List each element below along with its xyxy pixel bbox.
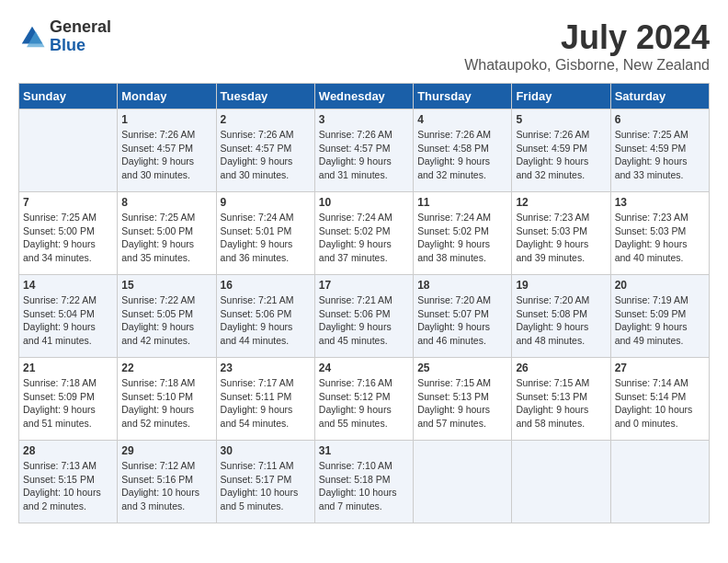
day-info: Sunrise: 7:13 AM Sunset: 5:15 PM Dayligh…	[23, 459, 113, 513]
calendar-day-header: Saturday	[610, 84, 709, 109]
calendar-cell	[414, 441, 512, 523]
day-number: 30	[221, 444, 311, 457]
day-number: 15	[121, 279, 211, 292]
calendar-week-row: 28Sunrise: 7:13 AM Sunset: 5:15 PM Dayli…	[19, 441, 710, 523]
day-info: Sunrise: 7:25 AM Sunset: 5:00 PM Dayligh…	[121, 211, 211, 265]
day-number: 2	[221, 113, 311, 126]
calendar-day-header: Thursday	[414, 84, 512, 109]
day-info: Sunrise: 7:12 AM Sunset: 5:16 PM Dayligh…	[121, 459, 211, 513]
calendar-cell: 4Sunrise: 7:26 AM Sunset: 4:58 PM Daylig…	[414, 109, 512, 192]
calendar-cell: 31Sunrise: 7:10 AM Sunset: 5:18 PM Dayli…	[314, 441, 413, 523]
calendar-day-header: Wednesday	[314, 84, 413, 109]
calendar-cell: 26Sunrise: 7:15 AM Sunset: 5:13 PM Dayli…	[512, 358, 610, 441]
calendar-cell: 7Sunrise: 7:25 AM Sunset: 5:00 PM Daylig…	[19, 192, 118, 275]
calendar-week-row: 7Sunrise: 7:25 AM Sunset: 5:00 PM Daylig…	[19, 192, 710, 275]
calendar-week-row: 1Sunrise: 7:26 AM Sunset: 4:57 PM Daylig…	[19, 109, 710, 192]
day-info: Sunrise: 7:18 AM Sunset: 5:10 PM Dayligh…	[121, 376, 211, 431]
calendar-cell	[610, 441, 709, 523]
day-number: 27	[615, 362, 705, 374]
day-number: 19	[516, 279, 606, 292]
calendar-cell: 23Sunrise: 7:17 AM Sunset: 5:11 PM Dayli…	[216, 358, 314, 441]
day-number: 1	[121, 113, 211, 126]
day-number: 6	[615, 113, 705, 126]
day-number: 3	[319, 113, 409, 126]
day-number: 9	[221, 196, 311, 209]
day-info: Sunrise: 7:22 AM Sunset: 5:05 PM Dayligh…	[121, 293, 211, 348]
calendar-cell: 3Sunrise: 7:26 AM Sunset: 4:57 PM Daylig…	[314, 109, 413, 192]
day-info: Sunrise: 7:21 AM Sunset: 5:06 PM Dayligh…	[319, 293, 409, 348]
day-number: 7	[23, 196, 113, 209]
day-info: Sunrise: 7:26 AM Sunset: 4:59 PM Dayligh…	[516, 128, 606, 182]
day-info: Sunrise: 7:20 AM Sunset: 5:07 PM Dayligh…	[417, 293, 507, 348]
day-number: 21	[23, 362, 113, 374]
day-info: Sunrise: 7:17 AM Sunset: 5:11 PM Dayligh…	[221, 376, 311, 431]
calendar-cell: 28Sunrise: 7:13 AM Sunset: 5:15 PM Dayli…	[19, 441, 118, 523]
day-number: 22	[121, 362, 211, 374]
calendar-day-header: Tuesday	[216, 84, 314, 109]
day-number: 20	[615, 279, 705, 292]
day-info: Sunrise: 7:21 AM Sunset: 5:06 PM Dayligh…	[221, 293, 311, 348]
calendar-cell: 2Sunrise: 7:26 AM Sunset: 4:57 PM Daylig…	[216, 109, 314, 192]
day-info: Sunrise: 7:24 AM Sunset: 5:01 PM Dayligh…	[221, 211, 311, 265]
day-number: 12	[516, 196, 606, 209]
day-number: 14	[23, 279, 113, 292]
day-number: 25	[417, 362, 507, 374]
logo-icon	[18, 23, 46, 51]
calendar-cell: 8Sunrise: 7:25 AM Sunset: 5:00 PM Daylig…	[118, 192, 216, 275]
day-info: Sunrise: 7:10 AM Sunset: 5:18 PM Dayligh…	[319, 459, 409, 513]
day-number: 31	[319, 444, 409, 457]
day-info: Sunrise: 7:24 AM Sunset: 5:02 PM Dayligh…	[417, 211, 507, 265]
day-info: Sunrise: 7:23 AM Sunset: 5:03 PM Dayligh…	[615, 211, 705, 265]
calendar-cell	[19, 109, 118, 192]
calendar-cell: 6Sunrise: 7:25 AM Sunset: 4:59 PM Daylig…	[610, 109, 709, 192]
calendar-cell: 22Sunrise: 7:18 AM Sunset: 5:10 PM Dayli…	[118, 358, 216, 441]
day-info: Sunrise: 7:26 AM Sunset: 4:57 PM Dayligh…	[221, 128, 311, 182]
calendar-cell: 16Sunrise: 7:21 AM Sunset: 5:06 PM Dayli…	[216, 275, 314, 358]
logo: General Blue	[18, 18, 111, 55]
day-info: Sunrise: 7:26 AM Sunset: 4:58 PM Dayligh…	[417, 128, 507, 182]
calendar-cell: 30Sunrise: 7:11 AM Sunset: 5:17 PM Dayli…	[216, 441, 314, 523]
day-number: 17	[319, 279, 409, 292]
day-number: 24	[319, 362, 409, 374]
calendar-cell: 17Sunrise: 7:21 AM Sunset: 5:06 PM Dayli…	[314, 275, 413, 358]
day-number: 11	[417, 196, 507, 209]
day-info: Sunrise: 7:18 AM Sunset: 5:09 PM Dayligh…	[23, 376, 113, 431]
calendar-header-row: SundayMondayTuesdayWednesdayThursdayFrid…	[19, 84, 710, 109]
day-number: 29	[121, 444, 211, 457]
day-info: Sunrise: 7:25 AM Sunset: 4:59 PM Dayligh…	[615, 128, 705, 182]
day-info: Sunrise: 7:14 AM Sunset: 5:14 PM Dayligh…	[615, 376, 705, 431]
calendar-body: 1Sunrise: 7:26 AM Sunset: 4:57 PM Daylig…	[19, 109, 710, 523]
day-info: Sunrise: 7:22 AM Sunset: 5:04 PM Dayligh…	[23, 293, 113, 348]
day-number: 16	[221, 279, 311, 292]
day-number: 4	[417, 113, 507, 126]
day-number: 8	[121, 196, 211, 209]
calendar-day-header: Friday	[512, 84, 610, 109]
day-info: Sunrise: 7:26 AM Sunset: 4:57 PM Dayligh…	[121, 128, 211, 182]
day-number: 10	[319, 196, 409, 209]
calendar-cell: 18Sunrise: 7:20 AM Sunset: 5:07 PM Dayli…	[414, 275, 512, 358]
calendar-cell: 25Sunrise: 7:15 AM Sunset: 5:13 PM Dayli…	[414, 358, 512, 441]
day-number: 28	[23, 444, 113, 457]
day-info: Sunrise: 7:25 AM Sunset: 5:00 PM Dayligh…	[23, 211, 113, 265]
logo-text: General Blue	[50, 18, 111, 55]
title-section: July 2024 Whataupoko, Gisborne, New Zeal…	[464, 18, 710, 74]
day-info: Sunrise: 7:20 AM Sunset: 5:08 PM Dayligh…	[516, 293, 606, 348]
location-subtitle: Whataupoko, Gisborne, New Zealand	[464, 57, 710, 74]
day-info: Sunrise: 7:16 AM Sunset: 5:12 PM Dayligh…	[319, 376, 409, 431]
day-number: 5	[516, 113, 606, 126]
calendar-cell: 15Sunrise: 7:22 AM Sunset: 5:05 PM Dayli…	[118, 275, 216, 358]
day-number: 18	[417, 279, 507, 292]
calendar-cell: 13Sunrise: 7:23 AM Sunset: 5:03 PM Dayli…	[610, 192, 709, 275]
calendar-cell: 24Sunrise: 7:16 AM Sunset: 5:12 PM Dayli…	[314, 358, 413, 441]
calendar-cell: 21Sunrise: 7:18 AM Sunset: 5:09 PM Dayli…	[19, 358, 118, 441]
calendar-cell: 27Sunrise: 7:14 AM Sunset: 5:14 PM Dayli…	[610, 358, 709, 441]
calendar-cell: 20Sunrise: 7:19 AM Sunset: 5:09 PM Dayli…	[610, 275, 709, 358]
month-year-title: July 2024	[464, 18, 710, 57]
calendar-cell: 14Sunrise: 7:22 AM Sunset: 5:04 PM Dayli…	[19, 275, 118, 358]
calendar-day-header: Sunday	[19, 84, 118, 109]
calendar-cell: 5Sunrise: 7:26 AM Sunset: 4:59 PM Daylig…	[512, 109, 610, 192]
calendar-cell: 10Sunrise: 7:24 AM Sunset: 5:02 PM Dayli…	[314, 192, 413, 275]
calendar-cell: 11Sunrise: 7:24 AM Sunset: 5:02 PM Dayli…	[414, 192, 512, 275]
day-info: Sunrise: 7:26 AM Sunset: 4:57 PM Dayligh…	[319, 128, 409, 182]
day-info: Sunrise: 7:23 AM Sunset: 5:03 PM Dayligh…	[516, 211, 606, 265]
